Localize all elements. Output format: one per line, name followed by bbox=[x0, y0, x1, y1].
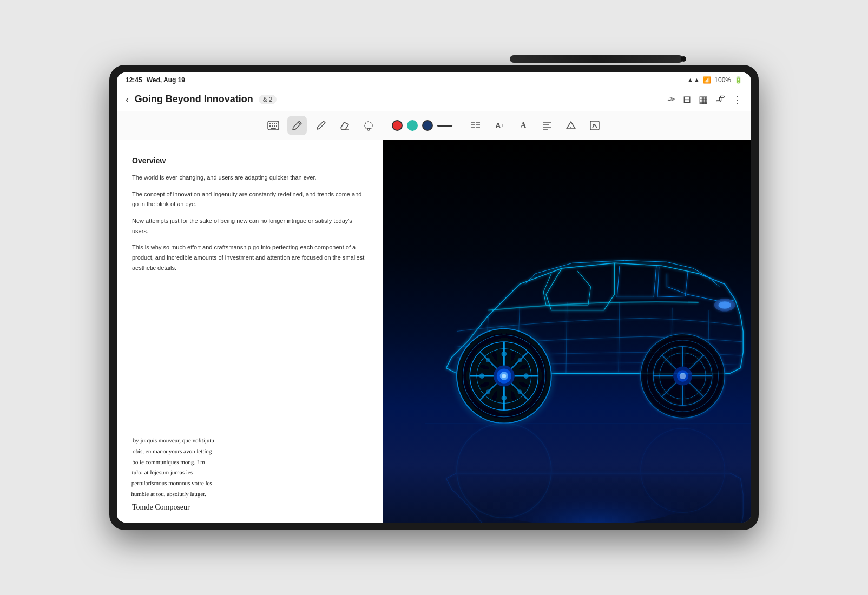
svg-point-72 bbox=[719, 301, 731, 309]
signature: Tomde Composeur bbox=[132, 503, 367, 512]
handwriting-area: by jurquis mouveur, que volitijutu obis,… bbox=[132, 425, 367, 512]
top-nav: ‹ Going Beyond Innovation & 2 ✑ ⊟ ▦ 🖇 ⋮ bbox=[117, 88, 751, 111]
eraser-tool[interactable] bbox=[335, 116, 354, 135]
tablet-screen: 12:45 Wed, Aug 19 ▲▲ 📶 100% 🔋 ‹ Going Be… bbox=[117, 72, 751, 523]
attach-icon[interactable]: 🖇 bbox=[715, 94, 725, 105]
svg-point-22 bbox=[570, 127, 571, 128]
text-size-tool[interactable]: AT bbox=[490, 116, 509, 135]
grid-view-icon[interactable]: ▦ bbox=[699, 94, 708, 105]
svg-rect-3 bbox=[274, 123, 275, 124]
collab-count: 2 bbox=[269, 96, 273, 103]
separator-1 bbox=[385, 119, 385, 132]
svg-point-49 bbox=[486, 389, 491, 394]
paragraph-4: This is why so much effort and craftsman… bbox=[132, 242, 367, 273]
svg-point-50 bbox=[518, 389, 522, 394]
shapes-tool[interactable] bbox=[561, 116, 581, 135]
handwriting-text: by jurquis mouveur, que volitijutu obis,… bbox=[131, 435, 369, 500]
signal-icon: 📶 bbox=[703, 76, 711, 84]
handwriting-line-4: tuloi at lojesum jumas les bbox=[131, 468, 367, 479]
status-time: 12:45 bbox=[126, 76, 142, 84]
dual-view-icon[interactable]: ⊟ bbox=[683, 94, 691, 105]
separator-2 bbox=[459, 119, 459, 132]
toolbar: AT A bbox=[117, 111, 751, 140]
content-area: Overview The world is ever-changing, and… bbox=[117, 140, 751, 523]
tablet-device: 12:45 Wed, Aug 19 ▲▲ 📶 100% 🔋 ‹ Going Be… bbox=[109, 65, 759, 530]
color-navy[interactable] bbox=[422, 120, 433, 131]
color-teal[interactable] bbox=[407, 120, 418, 131]
lasso-tool[interactable] bbox=[359, 116, 378, 135]
svg-point-43 bbox=[502, 351, 507, 356]
svg-point-48 bbox=[518, 358, 522, 362]
svg-point-46 bbox=[524, 373, 529, 379]
line-tool[interactable] bbox=[437, 125, 452, 127]
car-wireframe bbox=[383, 140, 751, 523]
svg-point-25 bbox=[451, 441, 714, 523]
document-title: Going Beyond Innovation bbox=[135, 94, 253, 105]
collab-badge[interactable]: & 2 bbox=[259, 95, 277, 104]
text-align-tool[interactable] bbox=[537, 116, 557, 135]
pen-tool[interactable] bbox=[287, 116, 307, 135]
handwriting-line-1: by jurquis mouveur, que volitijutu bbox=[133, 435, 369, 446]
svg-rect-23 bbox=[590, 121, 599, 130]
svg-point-34 bbox=[502, 374, 507, 378]
font-style-tool[interactable]: A bbox=[514, 116, 533, 135]
nav-right: ✑ ⊟ ▦ 🖇 ⋮ bbox=[667, 94, 742, 105]
paragraph-1: The world is ever-changing, and users ar… bbox=[132, 173, 367, 183]
canvas-tool[interactable] bbox=[585, 116, 604, 135]
handwriting-line-3: bo le communiques mong. I m bbox=[132, 457, 368, 468]
car-image-pane bbox=[383, 140, 751, 523]
svg-point-47 bbox=[486, 358, 491, 362]
status-right: ▲▲ 📶 100% 🔋 bbox=[687, 76, 742, 84]
svg-point-59 bbox=[680, 373, 686, 379]
text-columns-tool[interactable] bbox=[466, 116, 485, 135]
status-date: Wed, Aug 19 bbox=[147, 76, 185, 84]
svg-rect-2 bbox=[272, 123, 273, 124]
svg-point-44 bbox=[502, 395, 507, 401]
back-button[interactable]: ‹ bbox=[126, 93, 129, 105]
overview-title: Overview bbox=[132, 156, 367, 165]
svg-rect-7 bbox=[274, 125, 275, 127]
battery-level: 100% bbox=[714, 76, 731, 84]
battery-icon: 🔋 bbox=[734, 76, 742, 84]
svg-rect-6 bbox=[272, 125, 273, 127]
car-image-container bbox=[383, 140, 751, 523]
svg-rect-1 bbox=[269, 123, 271, 124]
svg-rect-8 bbox=[276, 125, 277, 127]
more-icon[interactable]: ⋮ bbox=[733, 94, 742, 105]
svg-rect-4 bbox=[276, 123, 277, 124]
nav-left: ‹ Going Beyond Innovation & 2 bbox=[126, 93, 667, 105]
collab-icon: & bbox=[263, 96, 267, 103]
document-pane: Overview The world is ever-changing, and… bbox=[117, 140, 383, 523]
svg-rect-5 bbox=[269, 125, 271, 127]
paragraph-2: The concept of innovation and ingenuity … bbox=[132, 189, 367, 209]
keyboard-tool[interactable] bbox=[264, 116, 283, 135]
stylus bbox=[510, 55, 683, 63]
pen-settings-icon[interactable]: ✑ bbox=[667, 94, 675, 105]
svg-point-45 bbox=[479, 373, 485, 379]
handwriting-line-2: obis, en manouyours avon letting bbox=[133, 446, 369, 457]
handwriting-line-5: pertularismous monnous votre les bbox=[131, 478, 367, 489]
paragraph-3: New attempts just for the sake of being … bbox=[132, 216, 367, 236]
status-bar: 12:45 Wed, Aug 19 ▲▲ 📶 100% 🔋 bbox=[117, 72, 751, 88]
wifi-icon: ▲▲ bbox=[687, 76, 700, 84]
handwriting-line-6: humble at tou, absolutly lauger. bbox=[131, 489, 367, 500]
svg-point-11 bbox=[367, 128, 370, 130]
pencil-tool[interactable] bbox=[311, 116, 331, 135]
color-red[interactable] bbox=[392, 120, 403, 131]
svg-rect-9 bbox=[271, 128, 276, 129]
svg-point-24 bbox=[593, 124, 595, 126]
